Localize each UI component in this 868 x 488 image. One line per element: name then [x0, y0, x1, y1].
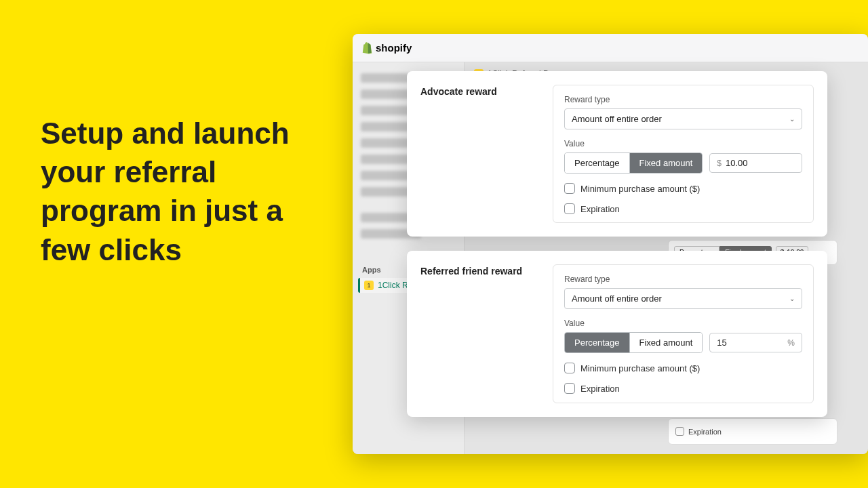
reward-type-label: Reward type — [564, 95, 802, 104]
marketing-headline: Setup and launch your referral program i… — [41, 114, 326, 269]
reward-type-value: Amount off entire order — [572, 293, 662, 304]
reward-type-select[interactable]: Amount off entire order ⌄ — [564, 288, 802, 309]
card-title: Advocate reward — [420, 85, 539, 223]
percent-suffix: % — [787, 338, 795, 348]
checkbox[interactable] — [564, 203, 575, 214]
bg-checkbox[interactable] — [675, 427, 684, 436]
shopify-bag-icon — [362, 42, 373, 54]
expiration-label: Expiration — [580, 384, 620, 394]
reward-type-label: Reward type — [564, 274, 802, 284]
min-purchase-checkbox-row[interactable]: Minimum purchase amount ($) — [564, 363, 802, 373]
currency-prefix: $ — [717, 159, 722, 168]
fixed-amount-button[interactable]: Fixed amount — [630, 333, 703, 352]
checkbox[interactable] — [564, 363, 575, 373]
shopify-logo: shopify — [362, 42, 412, 54]
admin-header: shopify — [353, 34, 868, 62]
checkbox[interactable] — [564, 183, 575, 194]
min-purchase-label: Minimum purchase amount ($) — [580, 363, 700, 373]
expiration-label: Expiration — [580, 204, 620, 214]
bg-expiration-label: Expiration — [688, 428, 722, 436]
card-title: Referred friend reward — [420, 264, 539, 403]
percentage-button[interactable]: Percentage — [565, 153, 630, 173]
chevron-down-icon: ⌄ — [789, 295, 795, 302]
expiration-checkbox-row[interactable]: Expiration — [564, 203, 802, 214]
referred-friend-reward-card: Referred friend reward Reward type Amoun… — [407, 251, 827, 417]
value-label: Value — [564, 319, 802, 328]
expiration-checkbox-row[interactable]: Expiration — [564, 383, 802, 394]
app-badge-icon: 1 — [364, 281, 374, 290]
amount-value: 15 — [717, 338, 783, 348]
checkbox[interactable] — [564, 383, 575, 394]
amount-input[interactable]: 15 % — [709, 333, 802, 352]
min-purchase-checkbox-row[interactable]: Minimum purchase amount ($) — [564, 183, 802, 194]
chevron-down-icon: ⌄ — [789, 115, 795, 123]
bg-expiration-card: Expiration — [668, 418, 837, 445]
shopify-brand-text: shopify — [376, 42, 412, 54]
min-purchase-label: Minimum purchase amount ($) — [580, 184, 700, 194]
value-type-segment: Percentage Fixed amount — [564, 332, 703, 353]
advocate-reward-card: Advocate reward Reward type Amount off e… — [407, 71, 827, 237]
amount-input[interactable]: $ 10.00 — [709, 153, 802, 173]
fixed-amount-button[interactable]: Fixed amount — [630, 153, 703, 173]
reward-type-select[interactable]: Amount off entire order ⌄ — [564, 108, 802, 129]
value-label: Value — [564, 139, 802, 148]
percentage-button[interactable]: Percentage — [565, 333, 630, 352]
reward-type-value: Amount off entire order — [572, 114, 662, 124]
value-type-segment: Percentage Fixed amount — [564, 152, 703, 174]
amount-value: 10.00 — [726, 158, 795, 168]
